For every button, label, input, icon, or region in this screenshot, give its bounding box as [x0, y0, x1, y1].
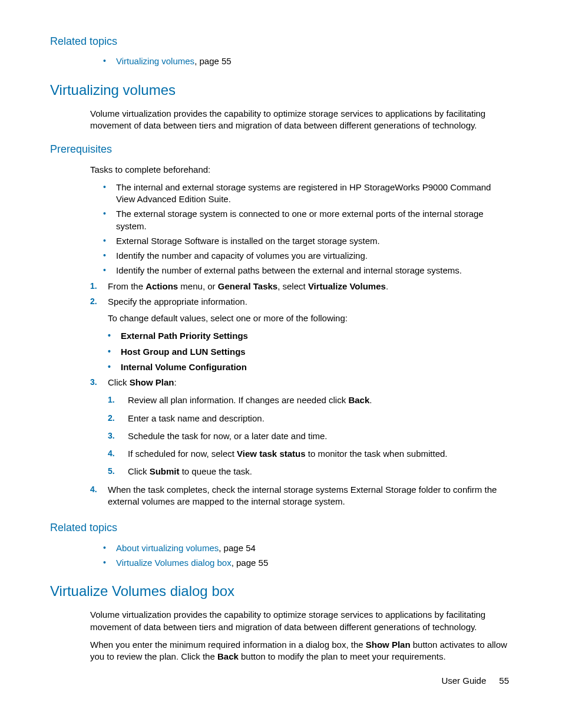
- page-number: 55: [499, 676, 509, 686]
- prereq-bullet: The external storage system is connected…: [103, 208, 509, 232]
- page-ref: , page 55: [194, 56, 232, 66]
- dialog-p2: When you enter the minimum required info…: [90, 639, 509, 663]
- step-3-sub: Review all plan information. If changes …: [108, 394, 509, 406]
- step-2: Specify the appropriate information. To …: [90, 296, 509, 373]
- step-2-sub: Internal Volume Configuration: [108, 361, 509, 373]
- heading-virtualize-dialog: Virtualize Volumes dialog box: [50, 582, 509, 601]
- related-topics-item: Virtualizing volumes, page 55: [103, 55, 509, 67]
- heading-prerequisites: Prerequisites: [50, 142, 509, 156]
- link-virtualizing-volumes[interactable]: Virtualizing volumes: [116, 56, 194, 66]
- dialog-p1: Volume virtualization provides the capab…: [90, 609, 509, 633]
- page-ref: , page 54: [219, 543, 256, 553]
- related-topics-item: Virtualize Volumes dialog box, page 55: [103, 557, 509, 569]
- related-topics-heading-1: Related topics: [50, 34, 509, 48]
- prereq-bullet: Identify the number and capacity of volu…: [103, 250, 509, 262]
- step-2-note: To change default values, select one or …: [108, 312, 509, 324]
- step-2-sub: External Path Priority Settings: [108, 330, 509, 342]
- link-virtualize-dialog[interactable]: Virtualize Volumes dialog box: [116, 558, 232, 568]
- page-ref: , page 55: [232, 558, 269, 568]
- prereq-bullet: External Storage Software is installed o…: [103, 235, 509, 247]
- step-3-sub: Schedule the task for now, or a later da…: [108, 430, 509, 442]
- virt-intro-text: Volume virtualization provides the capab…: [90, 108, 509, 132]
- prereq-bullet: The internal and external storage system…: [103, 182, 509, 206]
- step-3-sub: Enter a task name and description.: [108, 413, 509, 424]
- footer-label: User Guide: [441, 676, 486, 686]
- related-topics-heading-2: Related topics: [50, 521, 509, 535]
- step-4: When the task completes, check the inter…: [90, 484, 509, 508]
- related-topics-item: About virtualizing volumes, page 54: [103, 542, 509, 554]
- prereq-bullet: Identify the number of external paths be…: [103, 265, 509, 276]
- link-about-virtualizing[interactable]: About virtualizing volumes: [116, 543, 219, 553]
- page-footer: User Guide55: [441, 675, 509, 687]
- step-3-sub: Click Submit to queue the task.: [108, 466, 509, 477]
- step-3-sub: If scheduled for now, select View task s…: [108, 448, 509, 460]
- step-2-sub: Host Group and LUN Settings: [108, 346, 509, 358]
- step-3: Click Show Plan: Review all plan informa…: [90, 377, 509, 478]
- step-1: From the Actions menu, or General Tasks,…: [90, 281, 509, 292]
- heading-virtualizing-volumes: Virtualizing volumes: [50, 81, 509, 100]
- prereq-intro: Tasks to complete beforehand:: [90, 164, 509, 176]
